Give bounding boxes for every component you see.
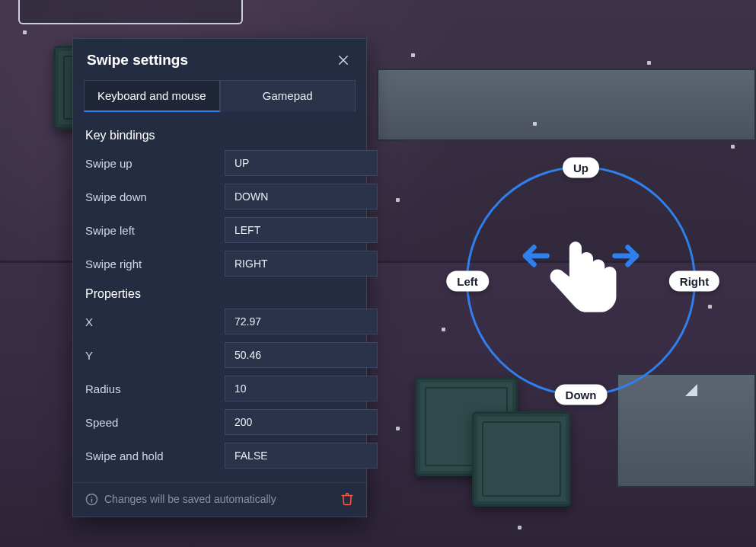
section-properties-title: Properties (85, 287, 354, 301)
bg-crate (472, 411, 571, 507)
input-swipe-right[interactable] (225, 251, 378, 277)
resize-handle[interactable] (685, 384, 697, 396)
pill-left[interactable]: Left (446, 271, 489, 292)
row-swipe-right: Swipe right (85, 251, 354, 277)
particle (731, 145, 735, 149)
row-swipe-hold: Swipe and hold (85, 443, 354, 469)
label-swipe-left: Swipe left (85, 224, 225, 237)
row-x: X (85, 309, 354, 334)
pill-down[interactable]: Down (555, 385, 608, 405)
swipe-hand-container[interactable] (512, 228, 649, 334)
footer-text: Changes will be saved automatically (104, 493, 276, 505)
input-swipe-up[interactable] (225, 150, 378, 176)
label-swipe-right: Swipe right (85, 258, 225, 270)
label-speed: Speed (85, 416, 225, 429)
row-swipe-left: Swipe left (85, 217, 354, 243)
tab-gamepad[interactable]: Gamepad (220, 80, 356, 112)
row-swipe-up: Swipe up (85, 150, 354, 176)
trash-icon (340, 492, 354, 506)
info-icon (85, 493, 98, 506)
particle (396, 427, 400, 430)
panel-body: Key bindings Swipe up Swipe down Swipe l… (73, 112, 366, 482)
tab-keyboard-mouse[interactable]: Keyboard and mouse (84, 80, 220, 112)
game-hud-box (18, 0, 243, 24)
label-radius: Radius (85, 382, 225, 395)
arrow-right-icon (615, 247, 636, 264)
label-y: Y (85, 349, 225, 362)
row-radius: Radius (85, 376, 354, 401)
panel-footer: Changes will be saved automatically (73, 482, 366, 517)
pill-right[interactable]: Right (669, 271, 719, 292)
swipe-overlay[interactable]: Up Down Left Right (466, 166, 696, 396)
label-swipe-down: Swipe down (85, 190, 225, 203)
input-swipe-down[interactable] (225, 184, 378, 210)
delete-button[interactable] (340, 492, 354, 506)
bg-container (377, 69, 756, 141)
particle (411, 53, 415, 57)
label-x: X (85, 315, 225, 328)
input-swipe-left[interactable] (225, 217, 378, 243)
particle (23, 30, 27, 34)
particle (442, 328, 445, 331)
row-swipe-down: Swipe down (85, 184, 354, 210)
label-swipe-up: Swipe up (85, 157, 225, 170)
panel-title: Swipe settings (87, 52, 188, 69)
footer-info: Changes will be saved automatically (85, 493, 276, 506)
tabs: Keyboard and mouse Gamepad (73, 80, 366, 112)
arrow-left-icon (525, 247, 547, 264)
particle (647, 61, 651, 65)
label-swipe-hold: Swipe and hold (85, 449, 225, 462)
swipe-settings-panel: Swipe settings Keyboard and mouse Gamepa… (72, 38, 367, 517)
particle (533, 122, 537, 126)
particle (708, 305, 712, 309)
input-x[interactable] (225, 309, 378, 334)
section-key-bindings-title: Key bindings (85, 129, 354, 142)
close-button[interactable] (334, 51, 352, 69)
row-speed: Speed (85, 409, 354, 435)
particle (518, 526, 522, 529)
input-y[interactable] (225, 342, 378, 368)
close-icon (337, 53, 350, 67)
input-swipe-hold[interactable] (225, 443, 378, 469)
input-radius[interactable] (225, 376, 378, 401)
particle (396, 198, 400, 202)
row-y: Y (85, 342, 354, 368)
hand-pointer-icon (550, 242, 617, 312)
pill-up[interactable]: Up (563, 158, 599, 178)
input-speed[interactable] (225, 409, 378, 435)
panel-header: Swipe settings (73, 39, 366, 80)
